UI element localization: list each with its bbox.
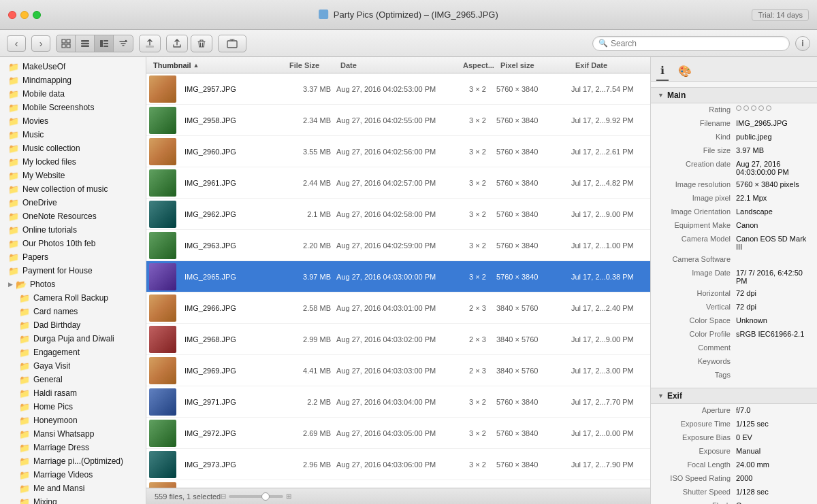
- file-row[interactable]: IMG_2960.JPG3.55 MBAug 27, 2016 04:02:56…: [146, 136, 650, 167]
- center-button[interactable]: [218, 35, 246, 52]
- sidebar-item-marriage-dress[interactable]: 📁Marriage Dress: [0, 441, 146, 454]
- back-button[interactable]: ‹: [7, 35, 26, 52]
- sidebar-item-onedrive[interactable]: 📁OneDrive: [0, 196, 146, 209]
- sidebar-item-my-website[interactable]: 📁My Website: [0, 169, 146, 182]
- file-thumbnail: [149, 232, 176, 259]
- file-row[interactable]: IMG_2969.JPG4.41 MBAug 27, 2016 04:03:03…: [146, 355, 650, 386]
- sidebar-item-music-collection[interactable]: 📁Music collection: [0, 141, 146, 155]
- file-row[interactable]: IMG_2962.JPG2.1 MBAug 27, 2016 04:02:58:…: [146, 199, 650, 230]
- detail-view-button[interactable]: [95, 35, 114, 52]
- sidebar-item-new-collection-music[interactable]: 📁New collection of music: [0, 182, 146, 196]
- sidebar-item-makeuseof[interactable]: 📁MakeUseOf: [0, 60, 146, 73]
- sidebar-label-general: General: [33, 375, 63, 384]
- sidebar-item-onenote-resources[interactable]: 📁OneNote Resources: [0, 209, 146, 223]
- forward-button[interactable]: ›: [31, 35, 50, 52]
- maximize-button[interactable]: [33, 11, 41, 19]
- sidebar-item-honeymoon[interactable]: 📁Honeymoon: [0, 414, 146, 427]
- sidebar-item-general[interactable]: 📁General: [0, 373, 146, 386]
- rating-dot-1[interactable]: [736, 105, 741, 111]
- file-name: IMG_2958.JPG: [185, 116, 236, 124]
- file-row[interactable]: IMG_2972.JPG2.69 MBAug 27, 2016 04:03:05…: [146, 418, 650, 449]
- titlebar: Party Pics (Optimized) – (IMG_2965.JPG) …: [0, 0, 817, 30]
- file-exif: Jul 17, 2...9.00 PM: [571, 335, 647, 343]
- sidebar-item-card-names[interactable]: 📁Card names: [0, 305, 146, 318]
- rating-dot-5[interactable]: [766, 105, 771, 111]
- exposure-bias-label: Exposure Bias: [658, 433, 736, 443]
- sidebar-label-payment-house: Payment for House: [22, 266, 93, 275]
- zoom-thumb[interactable]: [261, 492, 270, 501]
- search-input[interactable]: [611, 39, 784, 48]
- file-row[interactable]: IMG_2973.JPG2.96 MBAug 27, 2016 04:03:06…: [146, 449, 650, 480]
- iso-label: ISO Speed Rating: [658, 474, 736, 484]
- grid-view-button[interactable]: [57, 35, 76, 52]
- file-row[interactable]: IMG_2965.JPG3.97 MBAug 27, 2016 04:03:00…: [146, 261, 650, 292]
- list-view-button[interactable]: [76, 35, 95, 52]
- sidebar-item-haldi-rasam[interactable]: 📁Haldi rasam: [0, 386, 146, 400]
- sidebar-item-photos[interactable]: ▶📂Photos: [0, 278, 146, 291]
- sidebar-item-mixing[interactable]: 📁Mixing: [0, 495, 146, 504]
- sidebar-item-papers[interactable]: 📁Papers: [0, 250, 146, 264]
- sidebar-item-music[interactable]: 📁Music: [0, 128, 146, 141]
- sidebar-item-mobile-data[interactable]: 📁Mobile data: [0, 87, 146, 101]
- sidebar-item-camera-roll[interactable]: 📁Camera Roll Backup: [0, 291, 146, 305]
- sidebar-item-marriage-videos[interactable]: 📁Marriage Videos: [0, 468, 146, 482]
- file-date: Aug 27, 2016 04:03:01:00 PM: [336, 304, 459, 312]
- col-header-aspect[interactable]: Aspect...: [459, 61, 496, 69]
- sidebar-item-mansi-whatsapp[interactable]: 📁Mansi Whatsapp: [0, 427, 146, 441]
- tab-info[interactable]: ℹ: [656, 61, 669, 81]
- col-header-filesize[interactable]: File Size: [285, 61, 336, 69]
- search-bar[interactable]: 🔍: [592, 36, 790, 51]
- file-date: Aug 27, 2016 04:02:55:00 PM: [336, 116, 459, 124]
- sidebar-item-mindmapping[interactable]: 📁Mindmapping: [0, 73, 146, 87]
- sidebar-item-online-tutorials[interactable]: 📁Online tutorials: [0, 223, 146, 237]
- colorspace-value: Unknown: [736, 316, 810, 326]
- sidebar-item-home-pics[interactable]: 📁Home Pics: [0, 400, 146, 414]
- info-button[interactable]: i: [795, 36, 810, 51]
- close-button[interactable]: [8, 11, 16, 19]
- sidebar-item-movies[interactable]: 📁Movies: [0, 114, 146, 128]
- file-row[interactable]: IMG_2963.JPG2.20 MBAug 27, 2016 04:02:59…: [146, 230, 650, 261]
- rating-value[interactable]: [736, 105, 771, 115]
- zoom-slider[interactable]: ⊟ ⊞: [221, 492, 291, 500]
- tab-color[interactable]: 🎨: [674, 62, 696, 80]
- sidebar-item-durga-puja[interactable]: 📁Durga Puja and Diwali: [0, 332, 146, 346]
- main-section-header[interactable]: ▼ Main: [651, 87, 817, 103]
- rating-dot-3[interactable]: [751, 105, 756, 111]
- tags-value: [736, 371, 810, 380]
- file-row[interactable]: IMG_2961.JPG2.44 MBAug 27, 2016 04:02:57…: [146, 167, 650, 199]
- file-row[interactable]: IMG_2971.JPG2.2 MBAug 27, 2016 04:03:04:…: [146, 386, 650, 418]
- file-row[interactable]: IMG_2968.JPG2.99 MBAug 27, 2016 04:03:02…: [146, 324, 650, 355]
- sidebar-item-our-photos[interactable]: 📁Our Photos 10th feb: [0, 237, 146, 250]
- file-thumbnail: [149, 326, 176, 353]
- sort-button[interactable]: [114, 35, 133, 52]
- col-header-thumbnail[interactable]: Thumbnail ▲: [149, 61, 285, 69]
- file-name: IMG_2968.JPG: [185, 335, 236, 343]
- exif-section-header[interactable]: ▼ Exif: [651, 388, 817, 404]
- col-header-exif[interactable]: Exif Date: [571, 61, 647, 69]
- upload-button[interactable]: [139, 35, 161, 52]
- minimize-button[interactable]: [20, 11, 29, 19]
- window-controls[interactable]: [8, 11, 41, 19]
- delete-button[interactable]: [191, 35, 212, 52]
- svg-rect-2: [62, 44, 65, 48]
- share-button[interactable]: [166, 35, 188, 52]
- sidebar-item-gaya-visit[interactable]: 📁Gaya Visit: [0, 359, 146, 373]
- file-row[interactable]: IMG_2957.JPG3.37 MBAug 27, 2016 04:02:53…: [146, 73, 650, 105]
- sidebar-item-me-and-mansi[interactable]: 📁Me and Mansi: [0, 482, 146, 495]
- sidebar-item-my-locked-files[interactable]: 📁My locked files: [0, 155, 146, 169]
- sidebar-item-marriage-pi-optimized[interactable]: 📁Marriage pi...(Optimized): [0, 454, 146, 468]
- col-header-date[interactable]: Date: [336, 61, 459, 69]
- exposure-time-row: Exposure Time 1/125 sec: [651, 418, 817, 431]
- sidebar-item-mobile-screenshots[interactable]: 📁Mobile Screenshots: [0, 101, 146, 114]
- file-row[interactable]: IMG_2966.JPG2.58 MBAug 27, 2016 04:03:01…: [146, 292, 650, 324]
- sidebar-item-dad-birthday[interactable]: 📁Dad Birthday: [0, 318, 146, 332]
- zoom-track[interactable]: [229, 495, 283, 498]
- file-row[interactable]: IMG_2958.JPG2.34 MBAug 27, 2016 04:02:55…: [146, 105, 650, 136]
- rating-dot-2[interactable]: [743, 105, 749, 111]
- exif-section-chevron: ▼: [658, 392, 664, 399]
- col-header-pixel[interactable]: Pixel size: [496, 61, 571, 69]
- rating-dot-4[interactable]: [758, 105, 764, 111]
- file-row[interactable]: IMG_2974.JPG3.6 MBAug 27, 2016 04:03:07:…: [146, 480, 650, 488]
- sidebar-item-engagement[interactable]: 📁Engagement: [0, 346, 146, 359]
- sidebar-item-payment-house[interactable]: 📁Payment for House: [0, 264, 146, 278]
